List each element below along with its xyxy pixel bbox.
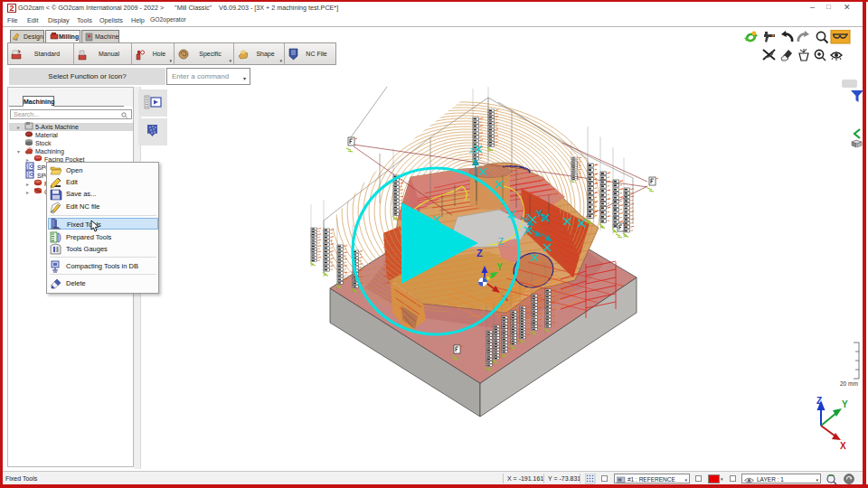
svg-text:Z: Z bbox=[498, 237, 504, 247]
svg-text:Y: Y bbox=[496, 262, 503, 272]
svg-text:Y: Y bbox=[842, 399, 848, 409]
svg-text:X: X bbox=[840, 441, 846, 451]
svg-text:Y: Y bbox=[536, 209, 542, 219]
svg-text:20 mm: 20 mm bbox=[840, 380, 858, 387]
svg-text:Z: Z bbox=[469, 146, 474, 155]
svg-text:Z: Z bbox=[525, 212, 531, 221]
svg-text:Z: Z bbox=[816, 396, 822, 406]
svg-text:Z: Z bbox=[476, 248, 483, 258]
